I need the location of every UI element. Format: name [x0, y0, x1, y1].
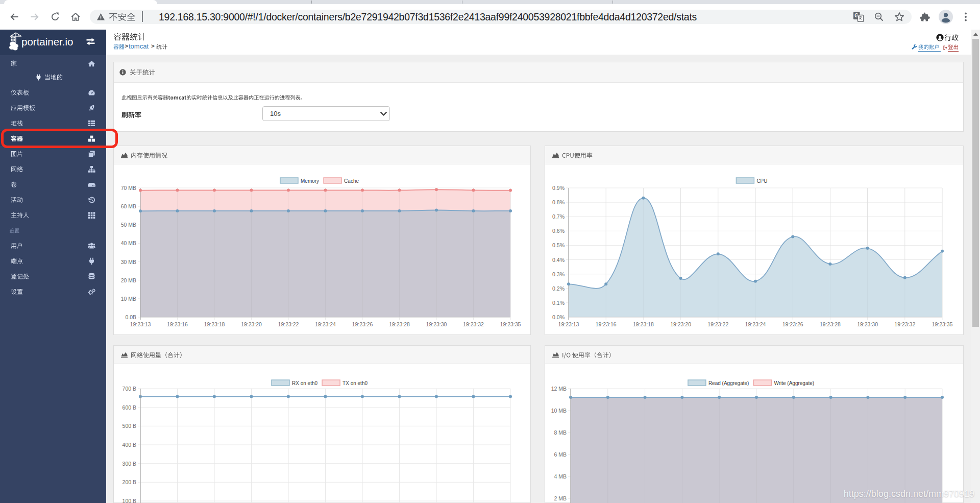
svg-text:19:23:26: 19:23:26 — [782, 321, 803, 327]
svg-text:19:23:32: 19:23:32 — [894, 321, 915, 327]
svg-text:RX on eth0: RX on eth0 — [292, 380, 317, 386]
svg-text:0.1%: 0.1% — [552, 300, 565, 306]
svg-text:19:23:22: 19:23:22 — [707, 321, 728, 327]
svg-text:200 B: 200 B — [122, 479, 136, 485]
svg-text:0.7%: 0.7% — [552, 213, 565, 220]
svg-text:600 B: 600 B — [122, 404, 136, 411]
svg-text:40 MB: 40 MB — [121, 240, 136, 246]
svg-text:500 B: 500 B — [122, 423, 136, 429]
svg-text:0.4%: 0.4% — [552, 257, 565, 263]
svg-text:4 MB: 4 MB — [554, 473, 567, 480]
svg-text:19:23:26: 19:23:26 — [352, 321, 373, 327]
svg-text:19:23:22: 19:23:22 — [278, 321, 299, 327]
svg-text:0.2%: 0.2% — [552, 285, 565, 292]
svg-text:0.0B: 0.0B — [125, 314, 136, 320]
svg-text:Memory: Memory — [301, 178, 319, 184]
svg-text:19:23:20: 19:23:20 — [670, 321, 691, 327]
svg-text:19:23:18: 19:23:18 — [633, 321, 654, 327]
svg-text:50 MB: 50 MB — [121, 222, 136, 228]
svg-text:19:23:35: 19:23:35 — [500, 321, 521, 327]
svg-text:Cache: Cache — [344, 178, 359, 184]
svg-text:0.9%: 0.9% — [552, 185, 565, 191]
svg-text:19:23:20: 19:23:20 — [241, 321, 262, 327]
svg-text:8 MB: 8 MB — [554, 429, 567, 436]
svg-text:19:23:13: 19:23:13 — [130, 321, 151, 327]
svg-text:10 MB: 10 MB — [121, 296, 136, 302]
svg-text:100 B: 100 B — [122, 498, 136, 503]
svg-text:12 MB: 12 MB — [551, 386, 567, 392]
svg-text:CPU: CPU — [756, 178, 767, 184]
svg-text:0.0%: 0.0% — [552, 314, 565, 320]
svg-text:6 MB: 6 MB — [554, 451, 567, 458]
svg-text:30 MB: 30 MB — [121, 259, 136, 265]
svg-text:19:23:18: 19:23:18 — [204, 321, 225, 327]
svg-text:700 B: 700 B — [122, 386, 136, 392]
svg-text:0.6%: 0.6% — [552, 228, 565, 234]
svg-text:0.3%: 0.3% — [552, 271, 565, 277]
svg-text:TX on eth0: TX on eth0 — [342, 380, 368, 386]
svg-text:19:23:24: 19:23:24 — [315, 321, 336, 327]
svg-text:70 MB: 70 MB — [121, 185, 136, 191]
svg-text:19:23:30: 19:23:30 — [426, 321, 447, 327]
svg-text:20 MB: 20 MB — [121, 277, 136, 283]
svg-text:19:23:28: 19:23:28 — [820, 321, 841, 327]
svg-text:19:23:28: 19:23:28 — [389, 321, 410, 327]
svg-text:Write (Aggregate): Write (Aggregate) — [774, 380, 814, 386]
svg-text:19:23:30: 19:23:30 — [857, 321, 878, 327]
svg-text:400 B: 400 B — [122, 442, 136, 448]
svg-text:2 MB: 2 MB — [554, 495, 567, 501]
svg-text:19:23:32: 19:23:32 — [463, 321, 484, 327]
svg-text:19:23:35: 19:23:35 — [932, 321, 953, 327]
svg-text:0.8%: 0.8% — [552, 199, 565, 205]
svg-text:19:23:16: 19:23:16 — [596, 321, 617, 327]
svg-text:Read (Aggregate): Read (Aggregate) — [708, 380, 749, 386]
svg-text:300 B: 300 B — [122, 461, 136, 467]
svg-text:10 MB: 10 MB — [551, 408, 567, 414]
svg-text:60 MB: 60 MB — [121, 203, 136, 209]
svg-text:19:23:24: 19:23:24 — [745, 321, 766, 327]
svg-text:0.5%: 0.5% — [552, 242, 565, 248]
svg-text:19:23:16: 19:23:16 — [167, 321, 188, 327]
svg-text:19:23:13: 19:23:13 — [558, 321, 579, 327]
